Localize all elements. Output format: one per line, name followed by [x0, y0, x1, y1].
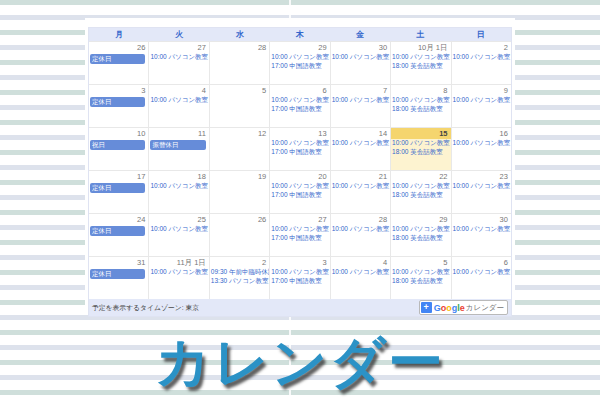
event-chip[interactable]: 定休日	[90, 97, 145, 107]
event-item[interactable]: 10:00 パソコン教室	[270, 182, 329, 191]
date-number: 12	[210, 128, 269, 139]
event-chip[interactable]: 定休日	[90, 269, 145, 279]
day-cell: 19	[210, 171, 270, 213]
calendar-weeks: 26定休日2710:00 パソコン教室282910:00 パソコン教室17:00…	[89, 41, 511, 299]
day-cell: 2910:00 パソコン教室18:00 英会話教室	[391, 214, 451, 256]
event-item[interactable]: 10:00 パソコン教室	[270, 268, 329, 277]
day-cell: 2810:00 パソコン教室	[331, 214, 391, 256]
date-number: 6	[452, 257, 511, 268]
date-number: 7	[331, 85, 390, 96]
date-number: 3	[270, 257, 329, 268]
event-item[interactable]: 17:00 中国語教室	[270, 191, 329, 200]
event-chip[interactable]: 定休日	[90, 54, 145, 64]
day-cell: 3定休日	[89, 85, 149, 127]
day-cell: 2210:00 パソコン教室18:00 英会話教室	[391, 171, 451, 213]
event-item[interactable]: 10:00 パソコン教室	[452, 96, 511, 105]
event-item[interactable]: 10:00 パソコン教室	[391, 139, 450, 148]
date-number: 15	[391, 128, 450, 139]
date-number: 31	[89, 257, 148, 268]
date-number: 30	[331, 42, 390, 53]
event-item[interactable]: 10:00 パソコン教室	[452, 53, 511, 62]
date-number: 4	[149, 85, 208, 96]
date-number: 24	[89, 214, 148, 225]
page-title: カレンダー	[0, 326, 600, 400]
event-item[interactable]: 10:00 パソコン教室	[149, 268, 208, 277]
date-number: 8	[391, 85, 450, 96]
event-item[interactable]: 10:00 パソコン教室	[331, 96, 390, 105]
event-item[interactable]: 18:00 英会話教室	[391, 277, 450, 286]
event-item[interactable]: 10:00 パソコン教室	[391, 53, 450, 62]
date-number: 28	[331, 214, 390, 225]
event-chip[interactable]: 振替休日	[150, 140, 205, 150]
event-item[interactable]: 10:00 パソコン教室	[270, 96, 329, 105]
google-logo: Google	[434, 303, 465, 313]
event-item[interactable]: 18:00 英会話教室	[391, 234, 450, 243]
day-header-5: 土	[390, 28, 450, 41]
day-header-3: 木	[270, 28, 330, 41]
event-item[interactable]: 17:00 中国語教室	[270, 277, 329, 286]
event-item[interactable]: 10:00 パソコン教室	[270, 139, 329, 148]
event-item[interactable]: 10:00 パソコン教室	[149, 96, 208, 105]
event-item[interactable]: 18:00 英会話教室	[391, 191, 450, 200]
event-item[interactable]: 10:00 パソコン教室	[331, 53, 390, 62]
event-item[interactable]: 17:00 中国語教室	[270, 234, 329, 243]
google-calendar-button[interactable]: + Google カレンダー	[419, 300, 508, 315]
event-item[interactable]: 18:00 英会話教室	[391, 62, 450, 71]
event-item[interactable]: 10:00 パソコン教室	[452, 139, 511, 148]
event-item[interactable]: 10:00 パソコン教室	[270, 53, 329, 62]
event-item[interactable]: 10:00 パソコン教室	[331, 268, 390, 277]
event-item[interactable]: 10:00 パソコン教室	[391, 182, 450, 191]
event-item[interactable]: 09:30 午前中臨時休講	[210, 268, 269, 277]
event-item[interactable]: 10:00 パソコン教室	[149, 53, 208, 62]
event-item[interactable]: 10:00 パソコン教室	[452, 268, 511, 277]
google-logo-letter: G	[434, 303, 441, 313]
date-number: 5	[391, 257, 450, 268]
week-row-1: 3定休日410:00 パソコン教室5610:00 パソコン教室17:00 中国語…	[89, 84, 511, 127]
event-item[interactable]: 17:00 中国語教室	[270, 105, 329, 114]
day-header-2: 水	[210, 28, 270, 41]
day-header-6: 日	[451, 28, 511, 41]
event-chip[interactable]: 祝日	[90, 140, 145, 150]
date-number: 9	[452, 85, 511, 96]
event-item[interactable]: 10:00 パソコン教室	[331, 182, 390, 191]
day-cell: 26定休日	[89, 42, 149, 84]
date-number: 4	[331, 257, 390, 268]
day-cell: 2310:00 パソコン教室	[452, 171, 511, 213]
event-item[interactable]: 10:00 パソコン教室	[391, 225, 450, 234]
date-number: 27	[270, 214, 329, 225]
event-item[interactable]: 10:00 パソコン教室	[331, 225, 390, 234]
date-number: 21	[331, 171, 390, 182]
date-number: 22	[391, 171, 450, 182]
day-cell: 810:00 パソコン教室18:00 英会話教室	[391, 85, 451, 127]
event-item[interactable]: 18:00 英会話教室	[391, 105, 450, 114]
day-cell: 2010:00 パソコン教室17:00 中国語教室	[270, 171, 330, 213]
date-number: 23	[452, 171, 511, 182]
date-number: 17	[89, 171, 148, 182]
google-calendar-embed: 月火水木金土日 26定休日2710:00 パソコン教室282910:00 パソコ…	[85, 18, 515, 310]
event-chip[interactable]: 定休日	[90, 226, 145, 236]
day-cell: 10祝日	[89, 128, 149, 170]
event-item[interactable]: 10:00 パソコン教室	[331, 139, 390, 148]
event-item[interactable]: 10:00 パソコン教室	[452, 225, 511, 234]
day-cell: 1810:00 パソコン教室	[149, 171, 209, 213]
event-item[interactable]: 10:00 パソコン教室	[452, 182, 511, 191]
week-row-0: 26定休日2710:00 パソコン教室282910:00 パソコン教室17:00…	[89, 41, 511, 84]
event-item[interactable]: 13:30 パソコン教室	[210, 277, 269, 286]
event-item[interactable]: 18:00 英会話教室	[391, 148, 450, 157]
event-item[interactable]: 10:00 パソコン教室	[270, 225, 329, 234]
day-cell: 210:00 パソコン教室	[452, 42, 511, 84]
day-cell: 11振替休日	[149, 128, 209, 170]
date-number: 29	[270, 42, 329, 53]
date-number: 27	[149, 42, 208, 53]
week-row-5: 31定休日11月 1日10:00 パソコン教室209:30 午前中臨時休講13:…	[89, 256, 511, 299]
event-item[interactable]: 10:00 パソコン教室	[391, 268, 450, 277]
event-item[interactable]: 10:00 パソコン教室	[391, 96, 450, 105]
day-cell: 209:30 午前中臨時休講13:30 パソコン教室	[210, 257, 270, 299]
event-item[interactable]: 17:00 中国語教室	[270, 148, 329, 157]
event-item[interactable]: 10:00 パソコン教室	[149, 225, 208, 234]
event-item[interactable]: 10:00 パソコン教室	[149, 182, 208, 191]
event-chip[interactable]: 定休日	[90, 183, 145, 193]
day-cell: 510:00 パソコン教室18:00 英会話教室	[391, 257, 451, 299]
date-number: 2	[210, 257, 269, 268]
event-item[interactable]: 17:00 中国語教室	[270, 62, 329, 71]
